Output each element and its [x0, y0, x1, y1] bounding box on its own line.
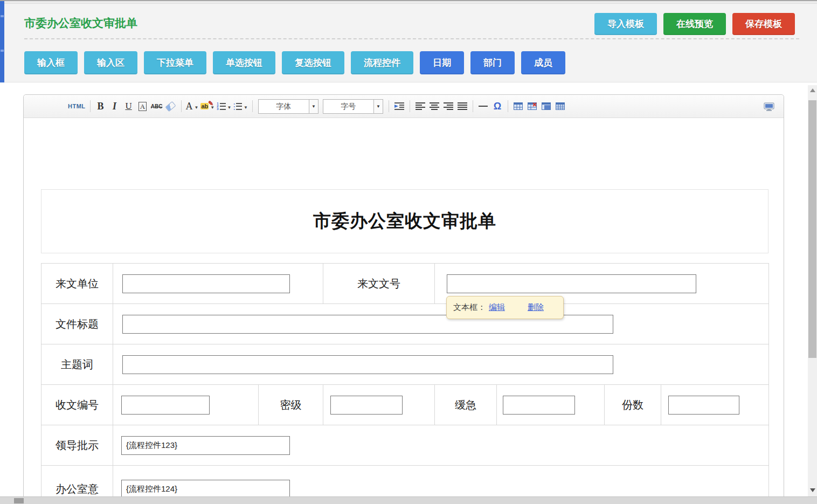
- eraser-icon: [165, 101, 176, 111]
- scroll-up-button[interactable]: [810, 88, 815, 92]
- label-keywords: 主题词: [41, 344, 113, 385]
- label-secrecy: 密级: [259, 385, 323, 425]
- horizontal-scrollbar[interactable]: [0, 496, 817, 504]
- delete-table-button[interactable]: [527, 99, 538, 114]
- online-preview-button[interactable]: 在线预览: [663, 13, 726, 35]
- left-edge-strip: [0, 1, 4, 82]
- edit-link[interactable]: 编辑: [489, 302, 505, 313]
- insert-table-button[interactable]: [513, 99, 524, 114]
- field-cell: [497, 385, 605, 425]
- department-button[interactable]: 部门: [470, 51, 515, 74]
- remove-format-button[interactable]: [165, 99, 177, 114]
- toolbar-separator: [90, 100, 91, 112]
- office-opinion-input[interactable]: [121, 480, 290, 499]
- doc-no-input[interactable]: [447, 274, 696, 293]
- unordered-list-icon: [234, 102, 242, 111]
- form-control-button-group: 输入框 输入区 下拉菜单 单选按钮 复选按钮 流程控件 日期 部门 成员: [24, 51, 565, 74]
- italic-button[interactable]: I: [109, 99, 121, 114]
- text-border-icon: A: [139, 102, 147, 111]
- flow-control-button[interactable]: 流程控件: [351, 51, 413, 74]
- label-doc-no: 来文文号: [323, 264, 435, 304]
- left-strip-mark: [1, 50, 4, 52]
- table-icon: [514, 102, 523, 110]
- unordered-list-button[interactable]: [234, 99, 248, 114]
- highlight-color-button[interactable]: ab: [200, 99, 214, 114]
- member-button[interactable]: 成员: [521, 51, 565, 74]
- cell-properties-button[interactable]: [555, 99, 566, 114]
- strikethrough-button[interactable]: ABC: [151, 99, 163, 114]
- label-from-unit: 来文单位: [41, 264, 113, 304]
- approval-form-table: 来文单位 来文文号 文件标题 主题词 收文编号 密级 缓急 份数: [41, 263, 769, 504]
- align-justify-icon: [458, 102, 467, 110]
- dropdown-menu-button[interactable]: 下拉菜单: [144, 51, 206, 74]
- bold-button[interactable]: B: [95, 99, 107, 114]
- leader-note-input[interactable]: [121, 436, 290, 455]
- ordered-list-button[interactable]: [217, 99, 231, 114]
- text-border-button[interactable]: A: [137, 99, 149, 114]
- checkbox-button[interactable]: 复选按钮: [282, 51, 344, 74]
- label-copies: 份数: [605, 385, 661, 425]
- chevron-down-icon: [242, 101, 248, 111]
- keywords-input[interactable]: [122, 355, 613, 374]
- align-center-icon: [430, 102, 439, 110]
- textbox-context-tooltip: 文本框： 编辑 删除: [446, 296, 564, 319]
- scroll-down-button[interactable]: [808, 488, 817, 492]
- field-cell: [113, 385, 259, 425]
- editor-toolbar: HTML B I U A ABC A ab 字体 字号 Ω: [24, 95, 784, 118]
- from-unit-input[interactable]: [122, 274, 290, 293]
- horizontal-rule-button[interactable]: [477, 99, 489, 114]
- align-right-icon: [444, 102, 453, 110]
- toolbar-separator: [410, 100, 410, 112]
- rich-text-editor: HTML B I U A ABC A ab 字体 字号 Ω 市委办公室收文: [23, 94, 784, 504]
- vertical-scrollbar[interactable]: [808, 85, 817, 496]
- font-color-button[interactable]: A: [186, 99, 199, 114]
- align-left-button[interactable]: [414, 99, 426, 114]
- save-template-button[interactable]: 保存模板: [732, 13, 795, 35]
- field-cell: [113, 264, 323, 304]
- underline-button[interactable]: U: [123, 99, 135, 114]
- textarea-button[interactable]: 输入区: [84, 51, 137, 74]
- vertical-scrollbar-thumb[interactable]: [808, 100, 816, 358]
- horizontal-scrollbar-thumb[interactable]: [14, 498, 24, 503]
- cell-properties-icon: [556, 102, 565, 110]
- field-cell: [323, 385, 435, 425]
- delete-table-icon: [528, 102, 537, 110]
- radio-button-button[interactable]: 单选按钮: [213, 51, 275, 74]
- table-properties-button[interactable]: [541, 99, 552, 114]
- delete-link[interactable]: 删除: [528, 302, 544, 313]
- toolbar-separator: [252, 100, 253, 112]
- special-char-button[interactable]: Ω: [491, 99, 503, 114]
- date-button[interactable]: 日期: [420, 51, 464, 74]
- field-cell: [113, 344, 769, 385]
- horizontal-rule-icon: [479, 106, 488, 107]
- urgency-input[interactable]: [503, 396, 575, 415]
- label-urgency: 缓急: [435, 385, 497, 425]
- toolbar-separator: [181, 100, 182, 112]
- field-cell: [113, 425, 769, 466]
- table-properties-icon: [542, 102, 551, 110]
- align-center-button[interactable]: [428, 99, 440, 114]
- import-template-button[interactable]: 导入模板: [594, 13, 657, 35]
- window-top-edge: [0, 0, 817, 4]
- font-family-select[interactable]: 字体: [258, 99, 319, 114]
- chevron-down-icon: [226, 101, 232, 111]
- secrecy-input[interactable]: [330, 396, 403, 415]
- field-cell: [661, 385, 769, 425]
- html-source-button[interactable]: HTML: [68, 99, 86, 114]
- align-right-button[interactable]: [442, 99, 454, 114]
- font-family-value: 字体: [259, 100, 309, 113]
- table-row: 来文单位 来文文号: [41, 264, 769, 304]
- receive-no-input[interactable]: [121, 396, 210, 415]
- template-designer-header: 市委办公室收文审批单 导入模板 在线预览 保存模板 输入框 输入区 下拉菜单 单…: [4, 4, 817, 82]
- font-size-value: 字号: [323, 100, 373, 113]
- align-justify-button[interactable]: [456, 99, 468, 114]
- indent-button[interactable]: [393, 99, 405, 114]
- tooltip-label: 文本框：: [453, 302, 486, 313]
- toolbar-separator: [389, 100, 389, 112]
- font-size-select[interactable]: 字号: [323, 99, 383, 114]
- copies-input[interactable]: [668, 396, 739, 415]
- editor-canvas[interactable]: 市委办公室收文审批单 来文单位 来文文号 文件标题 主题词 收文: [24, 118, 784, 504]
- fullscreen-button[interactable]: [763, 99, 775, 114]
- table-row: 文件标题: [41, 304, 769, 344]
- input-box-button[interactable]: 输入框: [24, 51, 78, 74]
